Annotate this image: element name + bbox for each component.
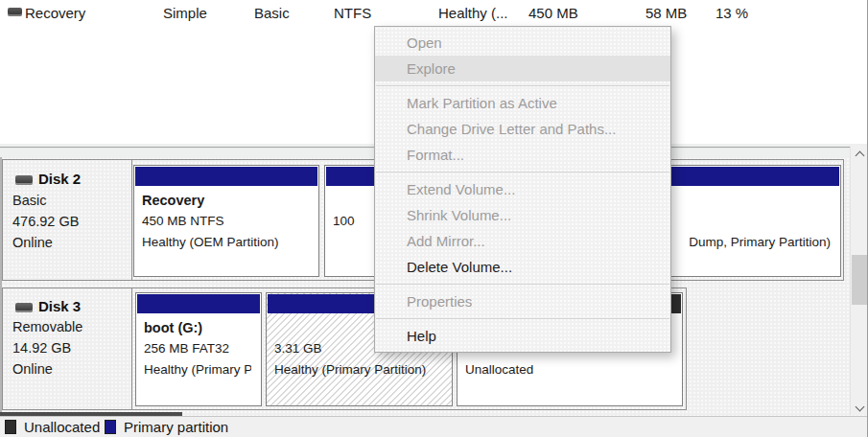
unallocated-swatch-icon bbox=[5, 420, 16, 434]
disk2-kind: Basic bbox=[12, 193, 46, 208]
legend-unallocated-label: Unallocated bbox=[24, 419, 100, 436]
menu-item-shrink-volume[interactable]: Shrink Volume... bbox=[375, 202, 670, 228]
volume-layout-cell: Simple bbox=[163, 4, 207, 22]
scroll-up-button[interactable] bbox=[851, 146, 868, 164]
menu-item-format[interactable]: Format... bbox=[375, 142, 670, 168]
menu-item-delete-volume[interactable]: Delete Volume... bbox=[375, 254, 670, 280]
scrollbar-thumb[interactable] bbox=[852, 255, 868, 305]
menu-item-add-mirror[interactable]: Add Mirror... bbox=[375, 228, 670, 254]
menu-item-explore[interactable]: Explore bbox=[375, 56, 670, 81]
disk2-size: 476.92 GB bbox=[12, 214, 79, 229]
volume-status-cell: Healthy (... bbox=[438, 4, 508, 22]
vertical-scrollbar[interactable] bbox=[850, 146, 868, 415]
volume-capacity-cell: 450 MB bbox=[528, 4, 578, 22]
partition-color-bar bbox=[135, 167, 317, 186]
menu-item-help[interactable]: Help bbox=[375, 323, 670, 349]
volume-free-cell: 58 MB bbox=[645, 4, 687, 22]
legend-status-bar: Unallocated Primary partition bbox=[0, 416, 868, 437]
menu-item-extend-volume[interactable]: Extend Volume... bbox=[375, 176, 670, 202]
menu-separator bbox=[376, 85, 669, 86]
menu-item-open[interactable]: Open bbox=[375, 30, 670, 56]
menu-item-mark-active[interactable]: Mark Partition as Active bbox=[375, 90, 670, 116]
disk3-icon bbox=[15, 303, 33, 312]
partition-disk2-recovery[interactable]: Recovery 450 MB NTFS Healthy (OEM Partit… bbox=[133, 165, 319, 277]
partition-status: Healthy (OEM Partition) bbox=[142, 232, 309, 253]
partition-status: Healthy (Primary Partition) bbox=[144, 359, 251, 380]
partition-name: Recovery bbox=[142, 190, 309, 211]
primary-partition-swatch-icon bbox=[105, 420, 116, 434]
menu-item-properties[interactable]: Properties bbox=[375, 288, 670, 314]
disk3-status: Online bbox=[12, 361, 53, 377]
disk3-size: 14.92 GB bbox=[12, 340, 71, 356]
partition-status: Healthy (Primary Partition) bbox=[274, 359, 442, 380]
disk3-label: Disk 3 bbox=[38, 298, 81, 314]
partition-context-menu: Open Explore Mark Partition as Active Ch… bbox=[374, 26, 671, 353]
partition-size: 256 MB FAT32 bbox=[144, 338, 251, 359]
chevron-up-icon bbox=[856, 151, 865, 161]
partition-status: Unallocated bbox=[465, 359, 672, 380]
disk2-label: Disk 2 bbox=[38, 171, 81, 187]
disk2-icon bbox=[15, 175, 33, 185]
disk3-kind: Removable bbox=[12, 319, 82, 334]
volume-type-cell: Basic bbox=[254, 4, 290, 22]
volume-icon bbox=[8, 8, 22, 16]
partition-disk3-boot[interactable]: boot (G:) 256 MB FAT32 Healthy (Primary … bbox=[135, 292, 262, 406]
partition-name: boot (G:) bbox=[144, 317, 251, 338]
legend-primary-label: Primary partition bbox=[124, 419, 228, 436]
volume-fs-cell: NTFS bbox=[334, 4, 371, 22]
scroll-down-button[interactable] bbox=[851, 397, 868, 415]
menu-separator bbox=[376, 318, 669, 319]
menu-item-change-letter[interactable]: Change Drive Letter and Paths... bbox=[375, 116, 670, 142]
disk-management-window: Recovery Simple Basic NTFS Healthy (... … bbox=[0, 0, 868, 437]
chevron-down-icon bbox=[856, 402, 865, 412]
disk2-status: Online bbox=[12, 235, 53, 250]
partition-color-bar bbox=[137, 294, 260, 313]
volume-pctfree-cell: 13 % bbox=[716, 4, 748, 22]
partition-size: 450 MB NTFS bbox=[142, 211, 309, 232]
menu-separator bbox=[376, 284, 669, 285]
volume-name-cell: Recovery bbox=[25, 4, 85, 22]
menu-separator bbox=[376, 172, 669, 172]
